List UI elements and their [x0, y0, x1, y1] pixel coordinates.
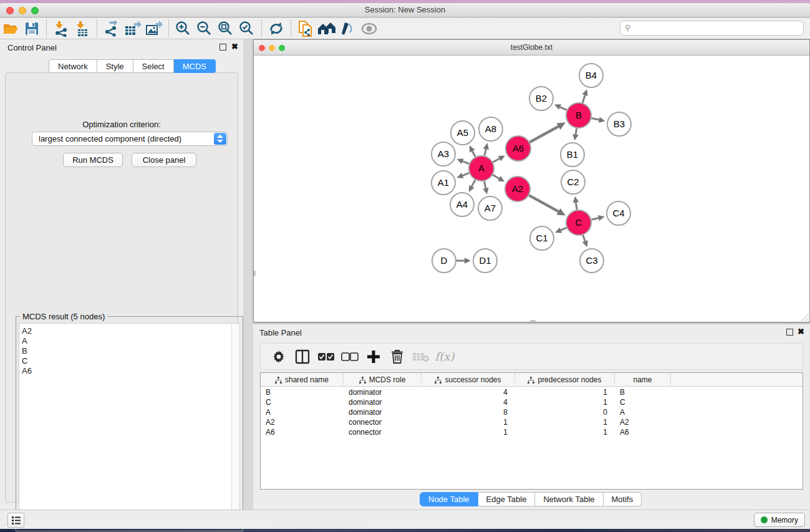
table-cell[interactable]: C — [266, 397, 344, 407]
table-cell[interactable]: A — [620, 407, 671, 417]
graph-edge-A6-B[interactable] — [529, 127, 558, 142]
table-cell[interactable]: B — [266, 387, 344, 397]
table-cell[interactable]: 1 — [422, 417, 508, 427]
column-header-successor-nodes[interactable]: successor nodes — [422, 373, 515, 387]
node-table[interactable]: shared nameMCDS rolesuccessor nodesprede… — [260, 372, 803, 490]
table-cell[interactable]: connector — [349, 417, 422, 427]
graph-edge-A-A2[interactable] — [493, 175, 499, 178]
column-header-predecessor-nodes[interactable]: predecessor nodes — [515, 373, 615, 387]
graph-edge-A-A6[interactable] — [493, 158, 499, 162]
float-panel-icon[interactable] — [786, 329, 793, 336]
float-panel-icon[interactable] — [219, 44, 226, 51]
gear-icon[interactable] — [269, 347, 288, 366]
maximize-window-button[interactable] — [31, 7, 39, 14]
table-cell[interactable]: B — [620, 387, 671, 397]
result-item[interactable]: A2 — [22, 326, 232, 336]
close-panel-icon[interactable]: ✖ — [231, 42, 238, 51]
eye-icon[interactable] — [359, 19, 380, 38]
show-details-icon[interactable] — [337, 19, 359, 38]
result-item[interactable]: A — [22, 336, 232, 346]
result-scrollbar[interactable] — [231, 323, 240, 528]
minimize-network-button[interactable] — [269, 45, 275, 51]
graph-edge-B-B2[interactable] — [560, 107, 567, 110]
tab-select[interactable]: Select — [133, 59, 174, 73]
column-view-icon[interactable] — [293, 347, 312, 366]
table-cell[interactable]: dominator — [349, 387, 422, 397]
table-cell[interactable]: 1 — [422, 427, 508, 437]
refresh-icon[interactable] — [266, 19, 287, 38]
result-item[interactable]: B — [22, 346, 232, 356]
zoom-out-icon[interactable] — [194, 19, 215, 38]
home-icon[interactable] — [316, 19, 337, 38]
save-session-icon[interactable] — [21, 19, 42, 38]
tab-network-table[interactable]: Network Table — [535, 492, 603, 506]
graph-edge-A-A5[interactable] — [472, 151, 475, 157]
graph-edge-A-A7[interactable] — [484, 181, 485, 188]
mcds-result-list[interactable]: A2ABCA6 — [19, 323, 233, 528]
table-cell[interactable]: 1 — [515, 387, 607, 397]
tab-edge-table[interactable]: Edge Table — [478, 492, 536, 506]
graph-edge-C-C3[interactable] — [583, 235, 585, 241]
search-input[interactable] — [620, 21, 804, 36]
table-cell[interactable]: 0 — [515, 407, 607, 417]
network-canvas[interactable]: B4B2BB3A5A8A6A3B1AA1C2A2A4A7C4CC1C3DD1 — [254, 56, 809, 322]
select-all-icon[interactable] — [317, 347, 335, 366]
table-cell[interactable]: dominator — [349, 407, 422, 417]
column-header-name[interactable]: name — [615, 373, 671, 387]
table-cell[interactable]: A2 — [266, 417, 344, 427]
graph-edge-A-A3[interactable] — [463, 162, 469, 164]
task-history-button[interactable] — [7, 513, 24, 528]
table-cell[interactable]: connector — [349, 427, 422, 437]
graph-edge-C-C2[interactable] — [576, 203, 577, 210]
deselect-all-icon[interactable] — [340, 347, 359, 366]
export-network-icon[interactable] — [101, 19, 122, 38]
close-panel-button[interactable]: Close panel — [132, 153, 196, 167]
tab-network[interactable]: Network — [49, 59, 97, 73]
graph-edge-C-C4[interactable] — [591, 218, 598, 220]
graph-edge-B-B4[interactable] — [582, 95, 585, 102]
minimize-window-button[interactable] — [19, 7, 26, 14]
table-cell[interactable]: A2 — [620, 417, 671, 427]
result-item[interactable]: C — [22, 356, 232, 366]
table-cell[interactable]: 1 — [515, 397, 607, 407]
add-column-icon[interactable] — [364, 347, 383, 366]
table-cell[interactable]: 1 — [515, 417, 607, 427]
close-window-button[interactable] — [6, 7, 14, 14]
zoom-fit-icon[interactable] — [215, 19, 236, 38]
delete-icon[interactable] — [388, 347, 407, 366]
graph-edge-A2-C[interactable] — [529, 195, 558, 211]
table-cell[interactable]: A6 — [266, 427, 344, 437]
table-cell[interactable]: 4 — [422, 387, 508, 397]
result-item[interactable]: A6 — [22, 366, 232, 376]
copy-network-icon[interactable] — [295, 19, 316, 38]
tab-node-table[interactable]: Node Table — [420, 492, 478, 506]
close-panel-icon[interactable]: ✖ — [798, 327, 804, 336]
graph-edge-C-C1[interactable] — [561, 228, 566, 230]
criterion-dropdown[interactable]: largest connected component (directed) — [32, 132, 228, 146]
zoom-selected-icon[interactable] — [236, 19, 258, 38]
tab-motifs[interactable]: Motifs — [604, 492, 642, 506]
table-cell[interactable]: 4 — [422, 397, 508, 407]
zoom-in-icon[interactable] — [173, 19, 194, 38]
table-cell[interactable]: C — [620, 397, 671, 407]
column-header-mcds-role[interactable]: MCDS role — [344, 373, 422, 387]
tab-mcds[interactable]: MCDS — [174, 59, 216, 73]
graph-edge-A-A1[interactable] — [463, 173, 469, 175]
import-network-icon[interactable] — [51, 19, 72, 38]
column-header-shared-name[interactable]: shared name — [261, 373, 344, 387]
maximize-network-button[interactable] — [279, 45, 285, 51]
export-table-icon[interactable] — [122, 19, 143, 38]
export-image-icon[interactable] — [143, 19, 165, 38]
import-table-icon[interactable] — [72, 19, 93, 38]
close-network-button[interactable] — [259, 45, 265, 51]
table-cell[interactable]: dominator — [349, 397, 422, 407]
run-mcds-button[interactable]: Run MCDS — [63, 153, 123, 167]
graph-edge-A-A8[interactable] — [485, 149, 486, 155]
graph-edge-B-B3[interactable] — [592, 118, 599, 120]
table-cell[interactable]: 8 — [422, 407, 508, 417]
open-file-icon[interactable] — [0, 19, 21, 38]
table-cell[interactable]: A — [266, 407, 344, 417]
table-cell[interactable]: 1 — [515, 427, 607, 437]
tab-style[interactable]: Style — [97, 59, 133, 73]
network-window-titlebar[interactable]: testGlobe.txt — [254, 40, 809, 56]
